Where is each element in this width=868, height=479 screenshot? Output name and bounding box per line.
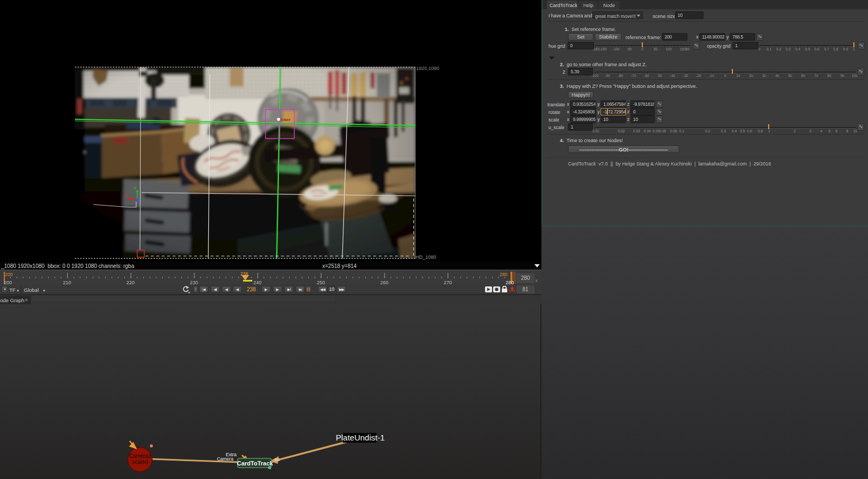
svg-text:icker: icker bbox=[280, 117, 291, 122]
svg-text:CardToTrack: CardToTrack bbox=[237, 460, 273, 467]
svg-text:PlateUndist-1: PlateUndist-1 bbox=[336, 433, 385, 442]
svg-text:scaled: scaled bbox=[132, 459, 148, 465]
svg-text:Camera3: Camera3 bbox=[129, 453, 151, 459]
svg-text:eo: eo bbox=[275, 457, 280, 462]
svg-text:Camera: Camera bbox=[217, 456, 234, 462]
svg-text:X: X bbox=[124, 193, 127, 199]
svg-text:Y: Y bbox=[133, 186, 137, 191]
